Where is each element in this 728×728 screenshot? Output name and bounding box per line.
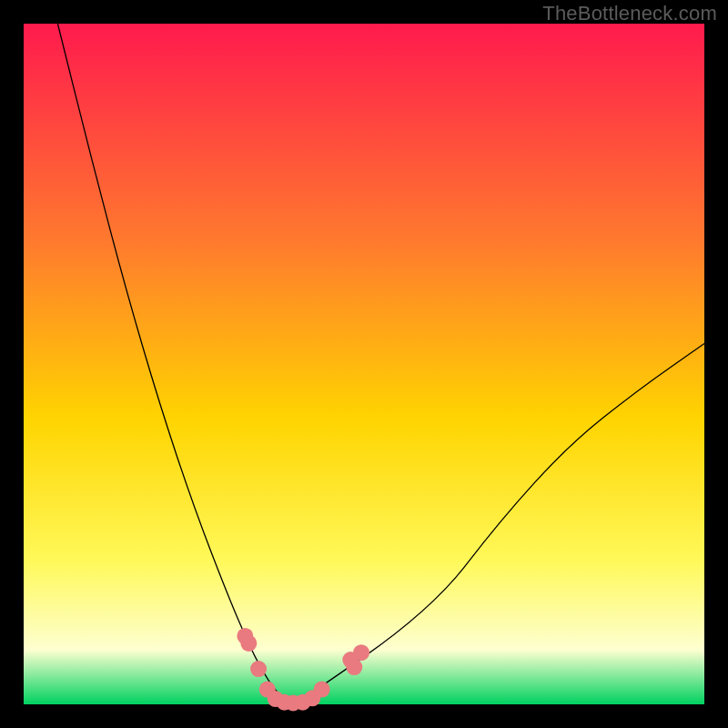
valley-marker [240,635,257,652]
valley-marker [346,659,362,675]
valley-marker [250,661,267,677]
valley-marker [353,644,369,661]
watermark-text: TheBottleneck.com [542,2,717,25]
chart-canvas [0,0,728,728]
valley-marker [314,682,330,698]
chart-frame: TheBottleneck.com [0,0,728,728]
plot-background [24,24,704,704]
